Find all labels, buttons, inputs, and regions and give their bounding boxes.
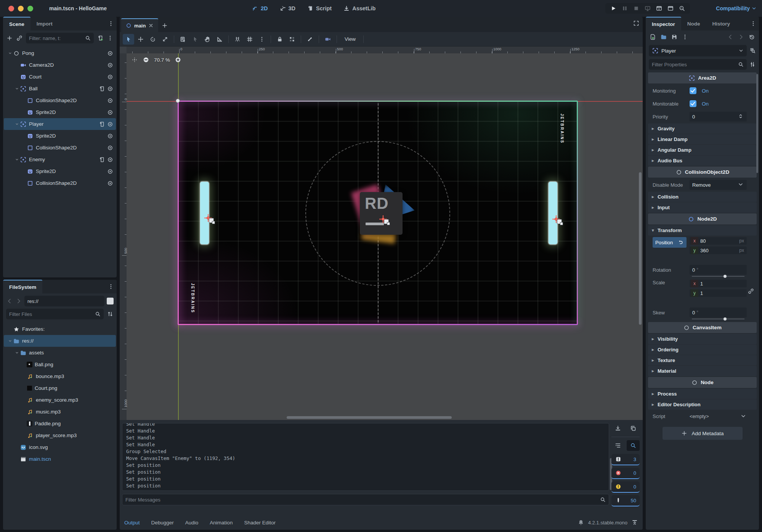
node-selector[interactable]: Player [649, 45, 747, 56]
pivot-tool-button[interactable] [189, 34, 201, 45]
filesystem-filter-input[interactable] [9, 311, 95, 317]
tab-filesystem[interactable]: FileSystem [3, 280, 42, 293]
scene-node-sprite2d[interactable]: Sprite2D [4, 130, 116, 142]
list-select-button[interactable] [177, 34, 189, 45]
camera-override-button[interactable] [322, 34, 334, 45]
bottom-tab-output[interactable]: Output [124, 520, 140, 526]
inspector-filter-input[interactable] [652, 62, 738, 67]
zoom-percentage[interactable]: 70.7 % [154, 57, 170, 63]
scale-y-input[interactable]: y1 [690, 289, 747, 297]
inspector-filter-field[interactable] [649, 59, 747, 70]
skeleton-options-button[interactable] [304, 34, 316, 45]
visibility-toggle[interactable] [106, 179, 114, 187]
disable-mode-dropdown[interactable]: Remove [690, 180, 747, 190]
scene-tree-menu-button[interactable] [107, 35, 114, 42]
visibility-toggle[interactable] [106, 155, 114, 164]
group-gravity[interactable]: ▸Gravity [648, 123, 757, 134]
revert-icon[interactable] [677, 239, 684, 246]
attached-script-button[interactable] [98, 85, 106, 93]
visibility-toggle[interactable] [106, 144, 114, 152]
scene-node-pong[interactable]: Pong [4, 47, 116, 59]
zoom-in-button[interactable] [175, 56, 181, 63]
toggle-split-mode-button[interactable] [107, 298, 114, 304]
group-ordering[interactable]: ▸Ordering [648, 345, 757, 355]
link-scale-icon[interactable] [748, 288, 754, 295]
file-item-music-mp3[interactable]: music.mp3 [4, 406, 116, 418]
property-tools-button[interactable] [749, 61, 756, 68]
visibility-toggle[interactable] [106, 108, 114, 117]
rotate-tool-button[interactable] [147, 34, 159, 45]
ball-position-gizmo[interactable] [379, 215, 387, 223]
skew-slider[interactable] [692, 319, 744, 319]
scene-filter-input[interactable] [29, 35, 85, 41]
attach-script-button[interactable] [97, 35, 104, 42]
group-angular-damp[interactable]: ▸Angular Damp [648, 145, 757, 155]
2d-viewport[interactable]: 025050075010001250 05001000 70.7 % [120, 46, 643, 420]
rotation-slider[interactable] [692, 276, 744, 277]
show-search-button[interactable] [627, 440, 640, 451]
category-node[interactable]: Node [648, 377, 757, 388]
center-view-icon[interactable] [131, 56, 138, 63]
play-scene-button[interactable] [656, 5, 663, 12]
attached-script-button[interactable] [98, 120, 106, 128]
position-x-input[interactable]: x80px [690, 237, 747, 245]
group-button[interactable] [286, 34, 298, 45]
scene-node-collisionshape2d[interactable]: CollisionShape2D [4, 95, 116, 106]
warning-count-toggle[interactable]: 0 [611, 481, 640, 493]
ball-sprite[interactable]: RD [351, 183, 412, 244]
group-material[interactable]: ▸Material [648, 366, 757, 376]
visibility-toggle[interactable] [106, 132, 114, 140]
file-item-court-png[interactable]: Court.png [4, 382, 116, 394]
distraction-free-button[interactable] [633, 20, 640, 27]
pencil-count-toggle[interactable]: 50 [611, 495, 640, 506]
sort-files-button[interactable] [107, 311, 114, 317]
clear-output-button[interactable] [611, 423, 624, 434]
play-custom-scene-button[interactable] [667, 5, 674, 12]
attached-script-button[interactable] [98, 155, 106, 164]
scale-x-input[interactable]: x1 [690, 280, 747, 287]
history-icon[interactable] [748, 34, 755, 40]
visibility-toggle[interactable] [106, 85, 114, 93]
file-item-paddle-png[interactable]: Paddle.png [4, 418, 116, 429]
open-docs-button[interactable] [749, 47, 756, 54]
save-resource-button[interactable] [671, 34, 678, 40]
history-forward-button[interactable] [738, 34, 744, 40]
new-scene-tab-button[interactable] [161, 22, 168, 29]
scene-node-ball[interactable]: Ball [4, 83, 116, 95]
player-position-gizmo[interactable] [204, 214, 212, 222]
resource-menu-button[interactable] [682, 34, 688, 40]
collapse-duplicates-button[interactable] [611, 440, 624, 451]
history-back-button[interactable] [727, 34, 734, 40]
pan-tool-button[interactable] [202, 34, 213, 45]
movie-maker-button[interactable] [679, 5, 685, 12]
scene-node-camera2d[interactable]: Camera2D [4, 59, 116, 71]
file-item-res-[interactable]: res:// [4, 335, 116, 347]
visibility-toggle[interactable] [106, 167, 114, 176]
position-y-input[interactable]: y360px [690, 247, 747, 254]
tab-import[interactable]: Import [30, 17, 59, 30]
path-field[interactable] [24, 296, 104, 306]
visibility-toggle[interactable] [106, 61, 114, 69]
add-metadata-button[interactable]: Add Metadata [663, 427, 743, 440]
pause-button[interactable] [621, 5, 628, 12]
group-linear-damp[interactable]: ▸Linear Damp [648, 134, 757, 144]
select-tool-button[interactable] [123, 34, 134, 45]
scene-node-court[interactable]: Court [4, 71, 116, 83]
new-resource-button[interactable] [650, 34, 656, 40]
group-audio-bus[interactable]: ▸Audio Bus [648, 155, 757, 166]
tab-history[interactable]: History [706, 17, 736, 30]
message-count-toggle[interactable]: 3 [611, 454, 640, 465]
file-item-assets[interactable]: assets [4, 347, 116, 359]
scene-node-sprite2d[interactable]: Sprite2D [4, 165, 116, 177]
workspace-script[interactable]: Script [307, 5, 332, 12]
zoom-out-button[interactable] [143, 56, 149, 63]
file-item-icon-svg[interactable]: icon.svg [4, 441, 116, 453]
grid-snap-button[interactable] [244, 34, 255, 45]
group-editor-description[interactable]: ▸Editor Description [648, 399, 757, 410]
workspace-assetlib[interactable]: AssetLib [343, 5, 375, 12]
priority-input[interactable]: 0 [690, 112, 747, 122]
path-input[interactable] [27, 298, 101, 304]
workspace-3d[interactable]: 3D [279, 5, 296, 12]
add-node-button[interactable] [6, 35, 13, 42]
file-item-favorites-[interactable]: Favorites: [4, 323, 116, 335]
